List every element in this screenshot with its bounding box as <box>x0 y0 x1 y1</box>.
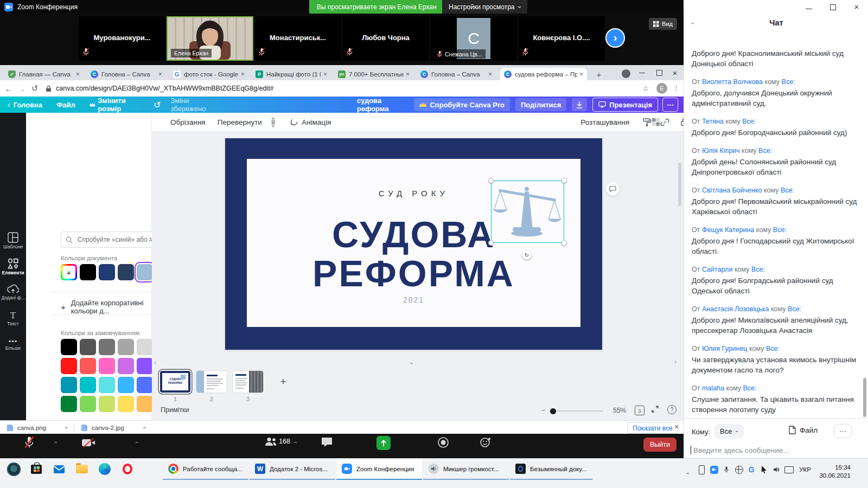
tab-close-icon[interactable]: × <box>241 70 245 78</box>
browser-menu-icon[interactable]: ⋮ <box>673 84 680 92</box>
color-swatch[interactable] <box>61 377 77 393</box>
maximize-button[interactable] <box>829 3 837 11</box>
download-button[interactable] <box>572 98 587 111</box>
browser-minimize-button[interactable] <box>639 73 645 73</box>
browser-tab[interactable]: G фото сток - Google Search× <box>169 68 248 80</box>
forward-button[interactable]: → <box>15 84 28 93</box>
resize-handle[interactable] <box>561 178 567 183</box>
flip-button[interactable]: Перевернути <box>218 118 262 126</box>
browser-tab[interactable]: ✓ Главная — Canva× <box>4 68 84 80</box>
clock[interactable]: 15:34 30.06.2021 <box>817 464 851 480</box>
sidebar-item-text[interactable]: T Текст <box>0 310 26 326</box>
download-chip[interactable]: canva.png › <box>7 424 67 432</box>
slide-title-line2[interactable]: РЕФОРМА <box>247 254 580 293</box>
tray-phone-icon[interactable] <box>697 465 706 474</box>
next-participants-button[interactable]: › <box>605 28 625 48</box>
color-swatch[interactable] <box>99 264 115 280</box>
color-swatch[interactable] <box>61 339 77 355</box>
chat-input[interactable]: Введите здесь сообщение... <box>691 444 861 457</box>
browser-tab-active[interactable]: C судова реформа – Презентація× <box>500 68 587 80</box>
recipient-dropdown[interactable]: Все › <box>714 424 744 439</box>
tray-volume-icon[interactable] <box>771 465 781 474</box>
color-swatch[interactable] <box>80 339 96 355</box>
bookmark-star-icon[interactable]: ☆ <box>642 84 649 93</box>
position-button[interactable]: Розташування <box>580 118 629 126</box>
minimize-button[interactable] <box>805 3 813 11</box>
vertical-scrollbar[interactable] <box>678 163 681 206</box>
color-swatch[interactable] <box>118 396 134 412</box>
color-swatch[interactable] <box>80 377 96 393</box>
tab-close-icon[interactable]: × <box>76 70 80 78</box>
notes-button[interactable]: Примітки <box>161 406 189 414</box>
color-search-input[interactable] <box>76 235 164 244</box>
taskbar-app-chrome[interactable]: Работайте сообща... <box>163 459 248 480</box>
slide-year-text[interactable]: 2021 <box>247 296 580 304</box>
color-swatch-selected[interactable] <box>137 264 153 280</box>
zoom-out-icon[interactable]: − <box>541 406 546 414</box>
zoom-level[interactable]: 55% <box>613 407 626 414</box>
color-swatch[interactable] <box>61 358 77 374</box>
crop-button[interactable]: Обрізання <box>170 118 206 126</box>
undo-icon[interactable]: ↺ <box>154 100 161 110</box>
color-swatch[interactable] <box>61 396 77 412</box>
color-swatch[interactable] <box>118 264 134 280</box>
profile-avatar[interactable]: E <box>656 83 667 94</box>
tray-google-icon[interactable]: G <box>746 465 756 474</box>
scroll-left-icon[interactable]: ‹ <box>154 359 156 367</box>
rotate-handle[interactable]: ↻ <box>522 250 532 260</box>
participant-tile[interactable]: Монастириськ... <box>254 16 341 61</box>
design-title[interactable]: судова реформа <box>357 97 404 113</box>
page-thumbnail-2[interactable] <box>196 371 227 393</box>
back-button[interactable]: ← <box>2 84 15 93</box>
chevron-up-icon[interactable]: › <box>141 427 148 429</box>
participant-video-tile[interactable]: Елена Ерхан <box>167 16 253 61</box>
download-chip[interactable]: canva-2.jpg › <box>81 424 145 432</box>
media-control-icon[interactable] <box>622 69 630 78</box>
animate-button[interactable]: Анімація <box>290 118 331 126</box>
tray-display-icon[interactable] <box>784 465 794 474</box>
taskbar-app-document[interactable]: Безымянный доку... <box>510 459 592 480</box>
share-button[interactable]: Поділитися <box>515 98 566 111</box>
participant-tile[interactable]: Любов Чорна <box>342 16 429 61</box>
chevron-up-icon[interactable]: › <box>133 441 140 444</box>
present-button[interactable]: Презентація <box>592 98 658 112</box>
color-swatch[interactable] <box>118 339 134 355</box>
reload-button[interactable]: ↺ <box>28 84 41 93</box>
zoom-slider[interactable] <box>549 410 603 412</box>
color-swatch[interactable] <box>137 358 153 374</box>
tray-mic-icon[interactable] <box>722 465 731 474</box>
page-thumbnail-3[interactable] <box>233 371 263 393</box>
leave-button[interactable]: Выйти <box>643 438 676 452</box>
tab-close-icon[interactable]: × <box>323 70 327 78</box>
add-corporate-colors-button[interactable]: + Додайте корпоративні кольори д... <box>61 299 151 315</box>
chat-scrollbar[interactable] <box>863 378 866 417</box>
try-pro-button[interactable]: Спробуйте Canva Pro <box>414 98 510 111</box>
selected-image-frame[interactable] <box>491 181 564 243</box>
transparency-icon[interactable] <box>652 115 660 129</box>
edge-icon[interactable] <box>98 462 112 476</box>
participant-tile[interactable]: Ковнєрова І.О.... <box>518 16 605 61</box>
tab-close-icon[interactable]: × <box>579 70 583 78</box>
taskbar-app-word[interactable]: W Додаток 2 - Micros... <box>250 459 335 480</box>
sidebar-item-elements[interactable]: Елементи <box>0 258 26 275</box>
file-menu[interactable]: Файл <box>56 101 75 109</box>
resize-handle[interactable] <box>488 240 494 246</box>
taskbar-app-mixer[interactable]: Микшер громкост... <box>423 459 509 480</box>
color-swatch[interactable] <box>80 264 96 280</box>
file-explorer-icon[interactable] <box>75 462 89 476</box>
tray-expand-icon[interactable]: › <box>685 465 694 474</box>
browser-close-button[interactable]: × <box>671 68 679 78</box>
tab-close-icon[interactable]: × <box>488 70 492 78</box>
page-thumbnail-1[interactable]: СУДОВАРЕФОРМА <box>160 371 190 393</box>
help-button[interactable]: ? <box>667 405 676 414</box>
add-page-button[interactable]: + <box>269 371 298 393</box>
chat-more-button[interactable]: ⋯ <box>834 424 852 438</box>
grid-view-button[interactable]: 3 <box>635 406 644 415</box>
omnibox[interactable]: canva.com/design/DAEi3BgH0Vw/_XTbAHWW9xm… <box>46 85 626 92</box>
color-swatch[interactable] <box>80 396 96 412</box>
file-share-button[interactable]: Файл <box>789 426 818 434</box>
sidebar-item-more[interactable]: ••• Більше <box>0 337 26 351</box>
tab-close-icon[interactable]: × <box>158 70 162 78</box>
view-settings-dropdown[interactable]: Настройки просмотра › <box>442 0 527 14</box>
sidebar-item-uploads[interactable]: Додані ф... <box>0 284 26 300</box>
